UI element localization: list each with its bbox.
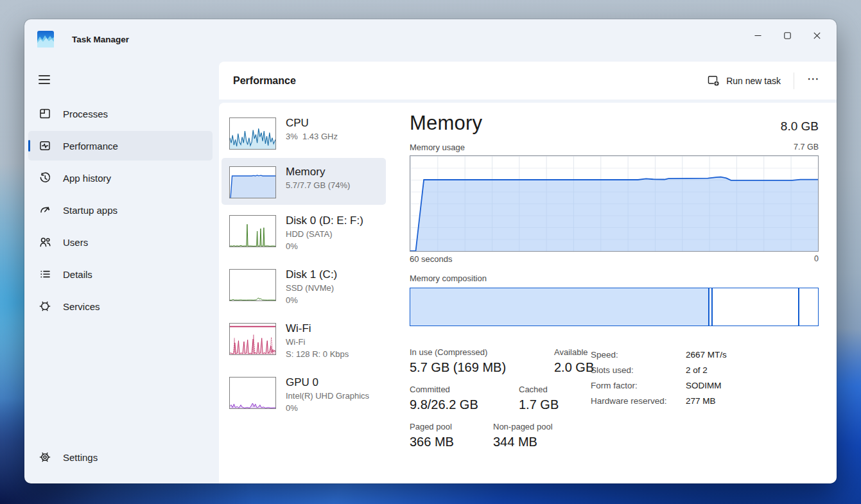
device-stat: S: 128 R: 0 Kbps	[286, 348, 349, 360]
sidebar-item-startup-apps[interactable]: Startup apps	[28, 195, 213, 225]
memory-big-stats: In use (Compressed) 5.7 GB (169 MB) Avai…	[410, 347, 591, 459]
sidebar-item-label: Processes	[63, 109, 108, 119]
device-stat: Wi-Fi	[286, 336, 349, 348]
device-stat: 3% 1.43 GHz	[286, 130, 338, 143]
command-bar-divider	[794, 73, 794, 89]
sidebar-item-label: Users	[63, 237, 88, 248]
sidebar-item-label: Startup apps	[63, 205, 117, 216]
content-column: Performance Run new task ⋯	[219, 59, 837, 483]
sidebar-item-processes[interactable]: Processes	[28, 99, 213, 128]
wifi-sparkline	[229, 323, 276, 355]
memory-hardware-details: Speed: 2667 MT/s Slots used: 2 of 2 Form…	[591, 347, 727, 459]
memory-title: Memory	[410, 110, 482, 136]
details-icon	[39, 268, 51, 281]
sidebar: Processes Performance App history	[24, 59, 219, 483]
run-new-task-button[interactable]: Run new task	[700, 69, 788, 92]
desktop-wallpaper: Task Manager	[0, 0, 861, 504]
performance-panel: CPU 3% 1.43 GHz	[219, 103, 837, 483]
run-new-task-label: Run new task	[726, 76, 781, 86]
sidebar-item-label: App history	[63, 173, 111, 184]
device-stat: Intel(R) UHD Graphics	[286, 390, 369, 402]
device-stat: 5.7/7.7 GB (74%)	[286, 179, 350, 191]
device-item-disk1[interactable]: Disk 1 (C:) SSD (NVMe) 0%	[222, 261, 386, 313]
device-name: Disk 1 (C:)	[286, 267, 337, 282]
page-title: Performance	[233, 75, 296, 87]
memory-sparkline	[229, 166, 276, 198]
device-stat: SSD (NVMe)	[286, 282, 337, 294]
stat-in-use: In use (Compressed) 5.7 GB (169 MB)	[410, 347, 538, 375]
navigation-menu-button[interactable]	[33, 68, 59, 91]
command-bar-actions: Run new task ⋯	[700, 69, 828, 92]
stat-paged-pool: Paged pool 366 MB	[410, 422, 477, 449]
detail-speed: Speed: 2667 MT/s	[591, 347, 727, 363]
cpu-sparkline	[229, 117, 276, 150]
device-item-cpu[interactable]: CPU 3% 1.43 GHz	[222, 109, 386, 156]
device-item-disk0[interactable]: Disk 0 (D: E: F:) HDD (SATA) 0%	[222, 207, 386, 259]
task-manager-window: Task Manager	[24, 19, 837, 483]
command-bar: Performance Run new task ⋯	[219, 62, 837, 100]
device-stat: 0%	[286, 402, 369, 414]
sidebar-item-settings[interactable]: Settings	[28, 442, 213, 472]
run-new-task-icon	[708, 74, 720, 87]
sidebar-item-label: Performance	[63, 141, 118, 152]
device-name: Wi-Fi	[286, 321, 349, 336]
gpu-sparkline	[229, 377, 276, 409]
device-list: CPU 3% 1.43 GHz	[219, 103, 410, 483]
disk0-sparkline	[229, 215, 276, 247]
disk1-sparkline	[229, 269, 276, 301]
composition-segment-free	[799, 288, 818, 326]
sidebar-item-performance[interactable]: Performance	[28, 131, 213, 161]
stat-non-paged-pool: Non-paged pool 344 MB	[493, 422, 553, 449]
sidebar-item-users[interactable]: Users	[28, 227, 213, 257]
memory-statistics: In use (Compressed) 5.7 GB (169 MB) Avai…	[410, 347, 819, 459]
device-item-memory[interactable]: Memory 5.7/7.7 GB (74%)	[222, 158, 386, 205]
performance-icon	[39, 139, 51, 152]
maximize-icon	[784, 32, 791, 39]
minimize-button[interactable]	[743, 23, 772, 48]
stat-cached: Cached 1.7 GB	[519, 385, 559, 412]
composition-segment-in-use	[410, 288, 709, 326]
device-name: CPU	[286, 116, 338, 130]
sidebar-item-services[interactable]: Services	[28, 291, 213, 321]
close-button[interactable]	[802, 23, 831, 48]
close-icon	[813, 32, 821, 39]
titlebar: Task Manager	[24, 19, 837, 59]
detail-hardware-reserved: Hardware reserved: 277 MB	[591, 394, 727, 409]
app-history-icon	[39, 171, 51, 184]
more-options-button[interactable]: ⋯	[799, 70, 828, 91]
detail-form-factor: Form factor: SODIMM	[591, 378, 727, 394]
sidebar-spacer	[24, 324, 219, 442]
memory-usage-chart	[410, 155, 819, 252]
memory-composition-bar	[410, 288, 819, 326]
composition-segment-standby	[713, 288, 799, 326]
device-stat: 0%	[286, 294, 337, 306]
device-stat: HDD (SATA)	[286, 228, 363, 240]
maximize-button[interactable]	[772, 23, 802, 48]
timeline-right-label: 0	[814, 254, 819, 264]
device-item-gpu0[interactable]: GPU 0 Intel(R) UHD Graphics 0%	[222, 369, 386, 421]
device-name: GPU 0	[286, 375, 369, 390]
sidebar-item-label: Details	[63, 269, 92, 280]
device-item-wifi[interactable]: Wi-Fi Wi-Fi S: 128 R: 0 Kbps	[222, 315, 386, 367]
device-stat: 0%	[286, 240, 363, 252]
sidebar-item-label: Services	[63, 301, 100, 312]
users-icon	[39, 236, 51, 248]
memory-usage-scale-max: 7.7 GB	[794, 143, 819, 152]
sidebar-item-app-history[interactable]: App history	[28, 163, 213, 193]
window-controls	[743, 23, 831, 48]
sidebar-nav: Processes Performance App history	[24, 99, 219, 474]
services-icon	[39, 300, 51, 313]
device-name: Memory	[286, 164, 350, 179]
sidebar-item-details[interactable]: Details	[28, 259, 213, 289]
timeline-left-label: 60 seconds	[410, 254, 453, 264]
processes-icon	[39, 107, 51, 120]
memory-total-capacity: 8.0 GB	[781, 119, 819, 136]
gear-icon	[39, 451, 51, 464]
device-name: Disk 0 (D: E: F:)	[286, 213, 363, 228]
memory-detail-pane: Memory 8.0 GB Memory usage 7.7 GB	[410, 103, 837, 483]
memory-usage-label: Memory usage	[410, 143, 465, 152]
task-manager-app-icon	[37, 31, 54, 48]
stat-committed: Committed 9.8/26.2 GB	[410, 385, 503, 412]
startup-apps-icon	[39, 204, 51, 216]
stat-available: Available 2.0 GB	[554, 347, 594, 375]
